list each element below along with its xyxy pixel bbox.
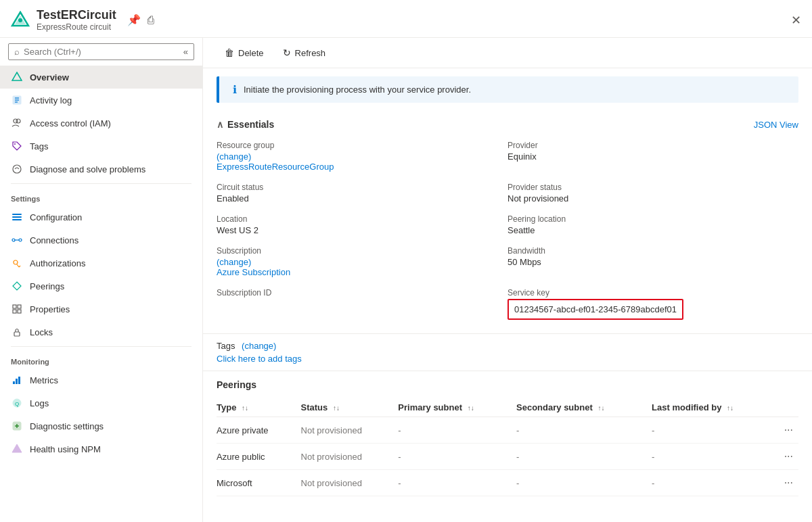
cell-type-1: Azure public: [217, 444, 301, 470]
essentials-grid: Resource group (change) ExpressRouteReso…: [203, 135, 812, 334]
svg-rect-20: [13, 305, 16, 308]
sidebar-item-health-npm[interactable]: Health using NPM: [0, 437, 202, 460]
cell-secondary-2: -: [516, 470, 652, 496]
svg-point-16: [19, 239, 22, 241]
pin-icon[interactable]: 📌: [127, 14, 141, 26]
print-icon[interactable]: ⎙: [148, 14, 154, 26]
cell-secondary-0: -: [516, 417, 652, 444]
col-status: Status ↑↓: [301, 398, 399, 417]
sidebar-item-authorizations[interactable]: Authorizations: [0, 252, 202, 275]
cell-modified-2: -: [652, 470, 778, 496]
service-key-item: Service key 01234567-abcd-ef01-2345-6789…: [508, 283, 798, 325]
resource-group-change-link[interactable]: (change): [217, 151, 251, 162]
subscription-change-link[interactable]: (change): [217, 257, 251, 267]
title-bar-actions: 📌 ⎙: [127, 14, 154, 26]
info-icon: ℹ: [233, 83, 237, 96]
sidebar-item-overview[interactable]: Overview: [0, 66, 202, 89]
svg-point-15: [12, 239, 15, 241]
sort-status-icon[interactable]: ↑↓: [333, 404, 340, 412]
service-key-box: 01234567-abcd-ef01-2345-6789abcdef01: [508, 299, 683, 320]
toolbar: 🗑 Delete ↻ Refresh: [203, 38, 812, 68]
tags-change-link[interactable]: (change): [242, 341, 276, 351]
sort-type-icon[interactable]: ↑↓: [242, 404, 248, 412]
sidebar-item-logs[interactable]: Q Logs: [0, 392, 202, 414]
sidebar-item-diagnostic-settings[interactable]: Diagnostic settings: [0, 414, 202, 437]
sidebar-item-peerings[interactable]: Peerings: [0, 275, 202, 298]
subscription-id-item: Subscription ID: [217, 283, 508, 325]
bandwidth-label: Bandwidth: [508, 246, 798, 256]
refresh-icon: ↻: [283, 47, 291, 58]
sidebar-item-label: Logs: [30, 398, 49, 408]
tags-section: Tags (change) Click here to add tags: [203, 334, 812, 371]
sidebar-item-access-control[interactable]: Access control (IAM): [0, 112, 202, 135]
table-row: Azure private Not provisioned - - - ···: [217, 417, 798, 444]
service-key-value: 01234567-abcd-ef01-2345-6789abcdef01: [508, 299, 798, 320]
subscription-value: (change) Azure Subscription: [217, 257, 508, 277]
table-row: Azure public Not provisioned - - - ···: [217, 444, 798, 470]
sidebar-divider-monitoring: [11, 346, 191, 347]
subscription-id-label: Subscription ID: [217, 288, 508, 298]
svg-point-10: [14, 143, 16, 145]
subscription-link[interactable]: Azure Subscription: [217, 267, 290, 277]
delete-button[interactable]: 🗑 Delete: [217, 43, 272, 62]
sidebar-item-properties[interactable]: Properties: [0, 298, 202, 321]
svg-rect-22: [13, 310, 16, 313]
row-menu-1[interactable]: ···: [778, 444, 798, 470]
sort-secondary-icon[interactable]: ↑↓: [597, 404, 604, 412]
sidebar-item-diagnose[interactable]: Diagnose and solve problems: [0, 158, 202, 181]
peerings-table-body: Azure private Not provisioned - - - ··· …: [217, 417, 798, 496]
svg-rect-14: [12, 219, 22, 220]
cell-modified-0: -: [652, 417, 778, 444]
essentials-chevron-icon[interactable]: ∧: [217, 119, 223, 130]
search-bar: ⌕ «: [8, 43, 194, 60]
peering-location-label: Peering location: [508, 214, 798, 224]
refresh-button[interactable]: ↻ Refresh: [275, 43, 334, 62]
configuration-icon: [11, 211, 23, 223]
sidebar-item-label: Connections: [30, 235, 78, 245]
peering-location-item: Peering location Seattle: [508, 209, 798, 241]
provider-status-value: Not provisioned: [508, 193, 798, 204]
connections-icon: [11, 234, 23, 246]
cell-type-2: Microsoft: [217, 470, 301, 496]
sidebar-item-metrics[interactable]: Metrics: [0, 369, 202, 392]
sidebar-item-locks[interactable]: Locks: [0, 321, 202, 343]
svg-marker-19: [13, 282, 21, 290]
json-view-link[interactable]: JSON View: [754, 120, 798, 130]
svg-rect-26: [16, 379, 18, 384]
resource-group-link[interactable]: ExpressRouteResourceGroup: [217, 162, 334, 172]
provider-status-item: Provider status Not provisioned: [508, 177, 798, 209]
close-button[interactable]: ✕: [791, 13, 801, 28]
search-input[interactable]: [24, 47, 179, 57]
essentials-title: ∧ Essentials: [217, 119, 274, 130]
sidebar-item-label: Authorizations: [30, 258, 85, 268]
sidebar-item-activity-log[interactable]: Activity log: [0, 89, 202, 112]
resource-group-value: (change) ExpressRouteResourceGroup: [217, 151, 508, 172]
sidebar-item-tags[interactable]: Tags: [0, 135, 202, 158]
row-menu-0[interactable]: ···: [778, 417, 798, 444]
sort-primary-icon[interactable]: ↑↓: [468, 404, 474, 412]
authorizations-icon: [11, 257, 23, 269]
tags-label-text: Tags: [217, 341, 235, 351]
sidebar-item-configuration[interactable]: Configuration: [0, 206, 202, 229]
cell-status-0: Not provisioned: [301, 417, 399, 444]
svg-point-2: [18, 18, 22, 22]
peerings-table-container: Type ↑↓ Status ↑↓ Primary subnet ↑↓: [217, 398, 798, 496]
svg-rect-27: [18, 377, 20, 384]
location-label: Location: [217, 214, 508, 224]
svg-point-11: [13, 165, 21, 173]
monitoring-section-label: Monitoring: [0, 350, 202, 369]
collapse-icon[interactable]: «: [183, 47, 188, 57]
sidebar-item-connections[interactable]: Connections: [0, 229, 202, 252]
sort-modified-icon[interactable]: ↑↓: [727, 404, 734, 412]
sidebar: ⌕ « Overview Activity log Access control…: [0, 38, 203, 522]
location-value: West US 2: [217, 225, 508, 235]
row-menu-2[interactable]: ···: [778, 470, 798, 496]
svg-rect-12: [12, 214, 22, 215]
metrics-icon: [11, 374, 23, 386]
sidebar-item-label: Peerings: [30, 281, 64, 291]
diagnostic-icon: [11, 420, 23, 432]
col-secondary-subnet: Secondary subnet ↑↓: [516, 398, 652, 417]
svg-rect-25: [13, 381, 15, 384]
add-tags-link[interactable]: Click here to add tags: [217, 354, 302, 364]
cell-modified-1: -: [652, 444, 778, 470]
